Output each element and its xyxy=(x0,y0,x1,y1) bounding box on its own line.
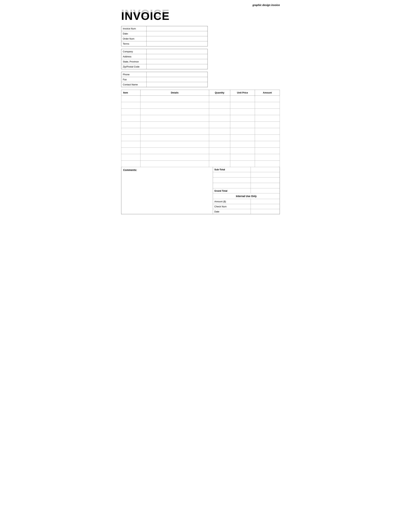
state-province-value[interactable] xyxy=(147,59,208,64)
table-row xyxy=(121,141,280,148)
grand-total-value[interactable] xyxy=(251,188,280,193)
terms-row: Terms xyxy=(121,41,208,46)
totals-empty-label-1 xyxy=(213,172,251,177)
item-cell-1[interactable] xyxy=(121,102,141,109)
details-cell-7[interactable] xyxy=(140,141,209,148)
amount-cell-9[interactable] xyxy=(255,154,280,161)
terms-value[interactable] xyxy=(147,41,208,46)
invoice-title-main: INVOICE xyxy=(121,11,170,22)
check-num-row: Check Num xyxy=(213,204,280,209)
amount-cell-3[interactable] xyxy=(255,115,280,122)
totals-empty-label-2 xyxy=(213,177,251,183)
amount-cell-1[interactable] xyxy=(255,102,280,109)
subtotal-label: Sub-Total xyxy=(213,167,251,172)
qty-cell-3[interactable] xyxy=(209,115,230,122)
qty-cell-0[interactable] xyxy=(209,96,230,102)
zip-label: Zip/Postal Code xyxy=(121,64,147,69)
details-cell-3[interactable] xyxy=(140,115,209,122)
unit-price-cell-0[interactable] xyxy=(230,96,255,102)
unit-price-cell-7[interactable] xyxy=(230,141,255,148)
fax-label: Fax xyxy=(121,77,147,82)
qty-cell-9[interactable] xyxy=(209,154,230,161)
totals-empty-value-1[interactable] xyxy=(251,172,280,177)
qty-cell-4[interactable] xyxy=(209,122,230,128)
state-province-row: State, Province xyxy=(121,59,208,64)
amount-cell-7[interactable] xyxy=(255,141,280,148)
unit-price-cell-3[interactable] xyxy=(230,115,255,122)
unit-price-cell-4[interactable] xyxy=(230,122,255,128)
check-num-value[interactable] xyxy=(251,204,280,209)
qty-cell-6[interactable] xyxy=(209,135,230,141)
totals-empty-value-3[interactable] xyxy=(251,183,280,188)
detail-date-row: Date xyxy=(213,209,280,214)
item-cell-9[interactable] xyxy=(121,154,141,161)
subtotal-value[interactable] xyxy=(251,167,280,172)
item-cell-8[interactable] xyxy=(121,148,141,154)
amount-cell-4[interactable] xyxy=(255,122,280,128)
detail-date-value[interactable] xyxy=(251,209,280,214)
details-cell-2[interactable] xyxy=(140,109,209,115)
details-cell-5[interactable] xyxy=(140,128,209,135)
unit-price-cell-9[interactable] xyxy=(230,154,255,161)
details-cell-4[interactable] xyxy=(140,122,209,128)
fax-value[interactable] xyxy=(147,77,208,82)
unit-price-cell-2[interactable] xyxy=(230,109,255,115)
amount-dollar-value[interactable] xyxy=(251,199,280,204)
comments-area: Comments: xyxy=(121,167,213,214)
item-cell-10[interactable] xyxy=(121,161,141,167)
contact-name-value[interactable] xyxy=(147,82,208,87)
phone-value[interactable] xyxy=(147,72,208,77)
qty-cell-2[interactable] xyxy=(209,109,230,115)
date-value[interactable] xyxy=(147,31,208,36)
invoice-title-wrap: INVOICE INVOICE xyxy=(121,8,280,22)
zip-value[interactable] xyxy=(147,64,208,69)
grand-total-label: Grand Total xyxy=(213,188,251,193)
details-cell-0[interactable] xyxy=(140,96,209,102)
amount-cell-5[interactable] xyxy=(255,128,280,135)
company-value[interactable] xyxy=(147,49,208,54)
details-cell-1[interactable] xyxy=(140,102,209,109)
details-cell-6[interactable] xyxy=(140,135,209,141)
invoice-num-row: Invoice Num xyxy=(121,26,208,31)
item-cell-4[interactable] xyxy=(121,122,141,128)
totals-empty-value-2[interactable] xyxy=(251,177,280,183)
details-cell-10[interactable] xyxy=(140,161,209,167)
details-cell-8[interactable] xyxy=(140,148,209,154)
unit-price-cell-8[interactable] xyxy=(230,148,255,154)
table-row xyxy=(121,161,280,167)
contact-name-row: Contact Name xyxy=(121,82,208,87)
unit-price-cell-5[interactable] xyxy=(230,128,255,135)
qty-cell-7[interactable] xyxy=(209,141,230,148)
detail-date-label: Date xyxy=(213,209,251,214)
unit-price-cell-6[interactable] xyxy=(230,135,255,141)
table-header-row: Item Details Quantity Unit Price Amount xyxy=(121,90,280,96)
amount-cell-10[interactable] xyxy=(255,161,280,167)
details-cell-9[interactable] xyxy=(140,154,209,161)
item-cell-6[interactable] xyxy=(121,135,141,141)
item-cell-2[interactable] xyxy=(121,109,141,115)
address-value[interactable] xyxy=(147,54,208,59)
amount-cell-6[interactable] xyxy=(255,135,280,141)
amount-cell-0[interactable] xyxy=(255,96,280,102)
internal-use-label: Internal Use Only xyxy=(236,195,257,198)
state-province-label: State, Province xyxy=(121,59,147,64)
item-cell-0[interactable] xyxy=(121,96,141,102)
item-cell-5[interactable] xyxy=(121,128,141,135)
unit-price-cell-10[interactable] xyxy=(230,161,255,167)
qty-cell-5[interactable] xyxy=(209,128,230,135)
totals-area: Sub-Total Grand Total Internal Use Only … xyxy=(213,167,280,214)
order-num-value[interactable] xyxy=(147,36,208,41)
item-cell-3[interactable] xyxy=(121,115,141,122)
item-cell-7[interactable] xyxy=(121,141,141,148)
qty-cell-10[interactable] xyxy=(209,161,230,167)
amount-cell-8[interactable] xyxy=(255,148,280,154)
qty-cell-1[interactable] xyxy=(209,102,230,109)
address-row: Address xyxy=(121,54,208,59)
amount-cell-2[interactable] xyxy=(255,109,280,115)
fax-row: Fax xyxy=(121,77,208,82)
unit-price-cell-1[interactable] xyxy=(230,102,255,109)
invoice-info-section: Invoice Num Date: Order Num Terms xyxy=(121,26,208,46)
invoice-num-value[interactable] xyxy=(147,26,208,31)
order-num-label: Order Num xyxy=(121,36,147,41)
qty-cell-8[interactable] xyxy=(209,148,230,154)
